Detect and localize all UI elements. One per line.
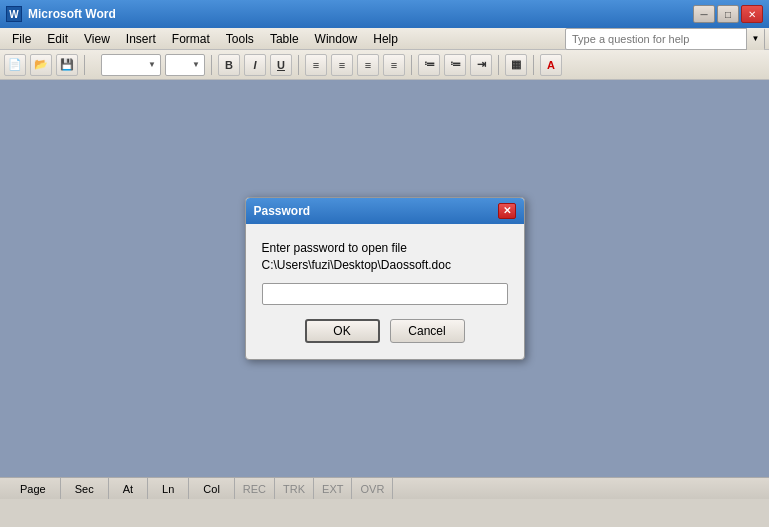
status-ovr: OVR <box>352 478 393 499</box>
save-button[interactable]: 💾 <box>56 54 78 76</box>
size-dropdown[interactable]: ▼ <box>165 54 205 76</box>
dialog-buttons: OK Cancel <box>262 319 508 347</box>
title-bar-controls: ─ □ ✕ <box>693 5 763 23</box>
menu-insert[interactable]: Insert <box>118 30 164 48</box>
password-input[interactable] <box>262 283 508 305</box>
align-center-button[interactable]: ≡ <box>331 54 353 76</box>
dialog-title: Password <box>254 204 311 218</box>
menu-edit[interactable]: Edit <box>39 30 76 48</box>
open-button[interactable]: 📂 <box>30 54 52 76</box>
toolbar-separator-4 <box>411 55 412 75</box>
status-ext: EXT <box>314 478 352 499</box>
menu-format[interactable]: Format <box>164 30 218 48</box>
dialog-close-button[interactable]: ✕ <box>498 203 516 219</box>
status-ln: Ln <box>148 478 189 499</box>
word-icon-label: W <box>9 9 18 20</box>
word-icon: W <box>6 6 22 22</box>
dialog-title-bar: Password ✕ <box>246 198 524 224</box>
toolbar-separator-3 <box>298 55 299 75</box>
bold-button[interactable]: B <box>218 54 240 76</box>
status-col: Col <box>189 478 235 499</box>
toolbar-separator-5 <box>498 55 499 75</box>
menu-tools[interactable]: Tools <box>218 30 262 48</box>
new-document-button[interactable]: 📄 <box>4 54 26 76</box>
app-title: Microsoft Word <box>28 7 116 21</box>
close-button[interactable]: ✕ <box>741 5 763 23</box>
menu-table[interactable]: Table <box>262 30 307 48</box>
align-right-button[interactable]: ≡ <box>357 54 379 76</box>
italic-button[interactable]: I <box>244 54 266 76</box>
menu-bar: File Edit View Insert Format Tools Table… <box>0 28 769 50</box>
size-dropdown-arrow: ▼ <box>192 60 200 69</box>
cancel-button[interactable]: Cancel <box>390 319 465 343</box>
menu-file[interactable]: File <box>4 30 39 48</box>
highlight-button[interactable]: A <box>540 54 562 76</box>
font-dropdown-arrow: ▼ <box>148 60 156 69</box>
dialog-body: Enter password to open file C:\Users\fuz… <box>246 224 524 360</box>
dialog-message: Enter password to open file C:\Users\fuz… <box>262 240 508 274</box>
dialog-overlay: Password ✕ Enter password to open file C… <box>0 80 769 477</box>
border-button[interactable]: ▦ <box>505 54 527 76</box>
toolbar-separator-1 <box>84 55 85 75</box>
underline-button[interactable]: U <box>270 54 292 76</box>
standard-toolbar: 📄 📂 💾 ▼ ▼ B I U ≡ ≡ ≡ ≡ ≔ ≔ ⇥ ▦ A <box>0 50 769 80</box>
ok-button[interactable]: OK <box>305 319 380 343</box>
status-trk: TRK <box>275 478 314 499</box>
menu-help[interactable]: Help <box>365 30 406 48</box>
document-area: Password ✕ Enter password to open file C… <box>0 80 769 477</box>
help-dropdown-arrow[interactable]: ▼ <box>746 28 764 50</box>
minimize-button[interactable]: ─ <box>693 5 715 23</box>
status-rec: REC <box>235 478 275 499</box>
maximize-button[interactable]: □ <box>717 5 739 23</box>
password-dialog: Password ✕ Enter password to open file C… <box>245 197 525 361</box>
font-dropdown[interactable]: ▼ <box>101 54 161 76</box>
title-bar-left: W Microsoft Word <box>6 6 116 22</box>
dialog-message-line2: C:\Users\fuzi\Desktop\Daossoft.doc <box>262 257 508 274</box>
bullets-button[interactable]: ≔ <box>418 54 440 76</box>
toolbar-separator-2 <box>211 55 212 75</box>
menu-window[interactable]: Window <box>307 30 366 48</box>
indent-button[interactable]: ⇥ <box>470 54 492 76</box>
toolbar-separator-6 <box>533 55 534 75</box>
help-search-input[interactable] <box>566 33 746 45</box>
menu-view[interactable]: View <box>76 30 118 48</box>
status-bar: Page Sec At Ln Col REC TRK EXT OVR <box>0 477 769 499</box>
status-sec: Sec <box>61 478 109 499</box>
status-page: Page <box>6 478 61 499</box>
numbering-button[interactable]: ≔ <box>444 54 466 76</box>
title-bar: W Microsoft Word ─ □ ✕ <box>0 0 769 28</box>
dialog-message-line1: Enter password to open file <box>262 240 508 257</box>
align-left-button[interactable]: ≡ <box>305 54 327 76</box>
help-search-box[interactable]: ▼ <box>565 28 765 50</box>
align-justify-button[interactable]: ≡ <box>383 54 405 76</box>
status-at: At <box>109 478 148 499</box>
